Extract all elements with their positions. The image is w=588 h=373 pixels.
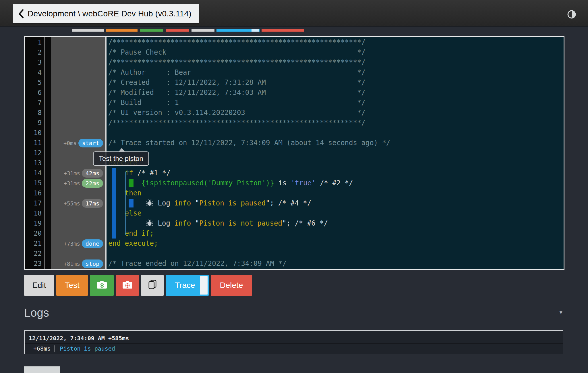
top-button-strip-snapshot-red[interactable] (166, 29, 189, 32)
log-message: Piston is paused (60, 345, 115, 352)
line-number: 2 (25, 47, 45, 57)
code-text: execute (107, 158, 564, 168)
code-line-20: 20 end if; (25, 228, 564, 239)
code-line-9: 9/**************************************… (25, 118, 564, 128)
trace-badge: 22ms (82, 179, 103, 188)
line-number: 16 (25, 188, 45, 198)
trace-gutter (51, 249, 105, 259)
code-text: /* Created : 12/11/2022, 7:31:28 AM */ (107, 78, 564, 88)
logs-collapse-icon[interactable]: ▼ (558, 310, 563, 316)
snapshot-green-button[interactable] (90, 275, 114, 296)
top-button-strip-trace-split (252, 29, 259, 32)
line-number: 7 (25, 98, 45, 108)
line-number: 8 (25, 108, 45, 118)
code-line-1: 1/**************************************… (25, 37, 564, 47)
gutter-gap (45, 148, 51, 158)
code-text: /* Modified : 12/11/2022, 7:34:03 AM */ (107, 88, 564, 98)
trace-button[interactable]: Trace (166, 275, 209, 296)
trace-badge: done (82, 239, 103, 248)
code-line-6: 6/* Modified : 12/11/2022, 7:34:03 AM */ (25, 88, 564, 98)
line-number: 15 (25, 178, 45, 188)
gutter-gap (45, 249, 51, 259)
top-button-strip-test[interactable] (106, 29, 138, 32)
tooltip-caret (118, 148, 125, 152)
code-text: /***************************************… (107, 57, 564, 68)
trace-offset: +73ms (64, 241, 80, 247)
gutter-gap (45, 57, 51, 68)
line-number: 9 (25, 118, 45, 128)
duplicate-button[interactable] (141, 275, 164, 296)
trace-gutter: +73msdone (51, 239, 105, 249)
trace-gutter (51, 118, 105, 128)
code-text: end execute; (107, 239, 564, 249)
trace-gutter (51, 88, 105, 98)
code-text: Log info "Piston is not paused"; /* #6 *… (107, 218, 564, 228)
top-button-strip-trace[interactable] (216, 29, 260, 32)
line-number: 18 (25, 208, 45, 218)
edit-button[interactable]: Edit (24, 275, 54, 296)
breadcrumb[interactable]: Development \ webCoRE Dev Hub (v0.3.114) (13, 4, 199, 23)
contrast-toggle-icon[interactable] (567, 9, 577, 19)
trace-gutter (51, 68, 105, 78)
trace-gutter (51, 208, 105, 218)
code-text (107, 249, 564, 259)
code-line-3: 3/**************************************… (25, 57, 564, 68)
log-offset: +68ms (33, 345, 51, 352)
trace-gutter (51, 228, 105, 239)
code-line-2: 2/* Pause Check */ (25, 47, 564, 57)
trace-gutter (51, 108, 105, 118)
top-button-strip-duplicate[interactable] (192, 29, 214, 32)
gutter-gap (45, 108, 51, 118)
trace-gutter: +0msstart (51, 138, 105, 148)
bug-icon (146, 199, 154, 207)
code-line-10: 10 (25, 128, 564, 138)
code-line-21: 21+73msdoneend execute; (25, 239, 564, 249)
trace-gutter: +31ms42ms (51, 168, 105, 178)
trace-offset: +31ms (64, 180, 80, 186)
trace-gutter: +31ms22ms (51, 178, 105, 188)
top-button-strip-snapshot-green[interactable] (140, 29, 163, 32)
gutter-gap (45, 78, 51, 88)
gutter-gap (45, 158, 51, 168)
test-button[interactable]: Test (56, 275, 88, 296)
camera-icon (96, 280, 108, 291)
log-box: 12/11/2022, 7:34:09 AM +585ms +68ms Pist… (24, 330, 563, 354)
gutter-gap (45, 188, 51, 198)
trace-offset: +31ms (64, 170, 80, 176)
if-block-bracket (125, 172, 126, 235)
trace-gutter (51, 128, 105, 138)
back-chevron-icon (18, 9, 24, 18)
code-text: then (107, 188, 564, 198)
code-text: /* Author : Bear */ (107, 68, 564, 78)
code-line-16: 16 then (25, 188, 564, 198)
trace-offset: +81ms (64, 261, 80, 267)
code-line-7: 7/* Build : 1 */ (25, 98, 564, 108)
trace-badge: 42ms (82, 169, 103, 178)
code-text: /* UI version : v0.3.114.20220203 */ (107, 108, 564, 118)
tooltip-text: Test the piston (99, 155, 143, 163)
trace-gutter (51, 37, 105, 47)
top-button-strip-edit[interactable] (72, 29, 104, 32)
snapshot-red-button[interactable] (116, 275, 139, 296)
line-number: 1 (25, 37, 45, 47)
gutter-gap (45, 98, 51, 108)
code-text: /* Pause Check */ (107, 47, 564, 57)
trace-badge: start (78, 139, 103, 147)
gutter-gap (45, 208, 51, 218)
delete-button-label: Delete (220, 281, 243, 290)
trace-button-split[interactable] (200, 276, 208, 295)
trace-gutter: +55ms17ms (51, 198, 105, 208)
delete-button[interactable]: Delete (211, 275, 252, 296)
piston-code-panel: 1/**************************************… (24, 36, 564, 270)
code-text: /* Trace started on 12/11/2022, 7:34:09 … (107, 138, 564, 148)
gutter-gap (45, 228, 51, 239)
gutter-gap (45, 198, 51, 208)
gutter-gap (45, 218, 51, 228)
bottom-partial-button[interactable] (24, 366, 60, 373)
code-text (107, 128, 564, 138)
code-line-11: 11+0msstart/* Trace started on 12/11/202… (25, 138, 564, 148)
line-number: 19 (25, 218, 45, 228)
top-button-strip-delete[interactable] (262, 29, 304, 32)
piston-toolbar: EditTestTraceDelete (24, 275, 254, 296)
gutter-gap (45, 118, 51, 128)
